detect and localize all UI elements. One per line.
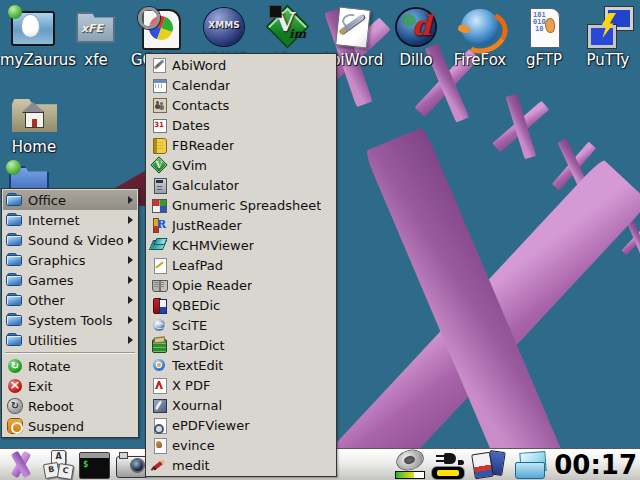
evince-icon bbox=[151, 437, 167, 453]
submenu-item-label: ePDFViewer bbox=[172, 418, 250, 433]
reboot-icon bbox=[7, 398, 23, 414]
submenu-item[interactable]: GVim bbox=[147, 155, 335, 175]
gqview-icon bbox=[136, 5, 184, 49]
menu-action-label: Reboot bbox=[28, 399, 74, 414]
submenu-item[interactable]: Opie Reader bbox=[147, 275, 335, 295]
folder-icon bbox=[7, 192, 23, 208]
desktop-icon-label: myZaurus bbox=[0, 52, 64, 68]
menu-action[interactable]: Rotate bbox=[3, 356, 137, 376]
power-plug-icon bbox=[435, 451, 461, 466]
submenu-item[interactable]: AbiWord bbox=[147, 55, 335, 75]
menu-category[interactable]: Office bbox=[3, 190, 137, 210]
menu-category[interactable]: Games bbox=[3, 270, 137, 290]
menu-category[interactable]: Utilities bbox=[3, 330, 137, 350]
battery-level-bar bbox=[432, 467, 464, 479]
submenu-item-label: Galculator bbox=[172, 178, 239, 193]
menu-category[interactable]: Graphics bbox=[3, 250, 137, 270]
menu-action[interactable]: Exit bbox=[3, 376, 137, 396]
terminal-icon[interactable] bbox=[79, 450, 109, 479]
menu-action-label: Rotate bbox=[28, 359, 71, 374]
submenu-item[interactable]: QBEDic bbox=[147, 295, 335, 315]
menu-category[interactable]: Other bbox=[3, 290, 137, 310]
contacts-icon bbox=[151, 97, 167, 113]
submenu-arrow-icon bbox=[128, 336, 133, 344]
taskbar-launcher-group bbox=[5, 450, 146, 479]
submenu-item[interactable]: medit bbox=[147, 455, 335, 475]
menu-category[interactable]: System Tools bbox=[3, 310, 137, 330]
power-applet[interactable] bbox=[432, 451, 464, 479]
submenu-item[interactable]: ePDFViewer bbox=[147, 415, 335, 435]
submenu-item-label: JustReader bbox=[172, 218, 242, 233]
submenu-item[interactable]: KCHMViewer bbox=[147, 235, 335, 255]
putty-icon bbox=[584, 5, 632, 49]
submenu-item[interactable]: X PDF bbox=[147, 375, 335, 395]
submenu-item-label: evince bbox=[172, 438, 215, 453]
submenu-item[interactable]: Contacts bbox=[147, 95, 335, 115]
submenu-arrow-icon bbox=[128, 256, 133, 264]
clock[interactable]: 00:17 bbox=[554, 450, 637, 480]
submenu-item[interactable]: Xournal bbox=[147, 395, 335, 415]
office-submenu: AbiWord Calendar Contacts Dates FBReader bbox=[145, 53, 337, 477]
menu-category[interactable]: Sound & Video bbox=[3, 230, 137, 250]
desktop-icon-label: FireFox bbox=[448, 52, 512, 68]
qbedic-icon bbox=[151, 297, 167, 313]
x-server-icon[interactable] bbox=[5, 450, 35, 479]
volume-applet[interactable] bbox=[395, 451, 425, 479]
submenu-item[interactable]: LeafPad bbox=[147, 255, 335, 275]
submenu-item[interactable]: JustReader bbox=[147, 215, 335, 235]
submenu-arrow-icon bbox=[128, 216, 133, 224]
folder-icon bbox=[7, 232, 23, 248]
menu-category-label: Internet bbox=[28, 213, 80, 228]
submenu-item[interactable]: Galculator bbox=[147, 175, 335, 195]
camera-icon[interactable] bbox=[116, 450, 146, 479]
firefox-icon bbox=[456, 5, 504, 49]
menu-action-label: Exit bbox=[28, 379, 53, 394]
submenu-item[interactable]: Gnumeric Spreadsheet bbox=[147, 195, 335, 215]
menu-category[interactable]: Internet bbox=[3, 210, 137, 230]
exit-icon bbox=[7, 378, 23, 394]
submenu-item-label: SciTE bbox=[172, 318, 207, 333]
folder-icon bbox=[7, 292, 23, 308]
dillo-icon bbox=[392, 5, 440, 49]
menu-action[interactable]: Suspend bbox=[3, 416, 137, 436]
desktop-icon[interactable]: PuTTy bbox=[576, 5, 640, 68]
submenu-item-label: Calendar bbox=[172, 78, 230, 93]
submenu-item[interactable]: Calendar bbox=[147, 75, 335, 95]
keyboard-icon[interactable] bbox=[42, 450, 72, 479]
opiereader-icon bbox=[151, 277, 167, 293]
submenu-item[interactable]: Dates bbox=[147, 115, 335, 135]
submenu-item[interactable]: evince bbox=[147, 435, 335, 455]
memory-cards-icon[interactable] bbox=[471, 451, 506, 479]
menu-category-label: Games bbox=[28, 273, 73, 288]
desktop-icon[interactable]: myZaurus bbox=[0, 5, 64, 68]
menu-separator bbox=[5, 352, 135, 354]
submenu-item-label: QBEDic bbox=[172, 298, 220, 313]
submenu-item-label: Opie Reader bbox=[172, 278, 252, 293]
folder-icon bbox=[7, 312, 23, 328]
documents-icon[interactable] bbox=[513, 452, 547, 478]
submenu-arrow-icon bbox=[128, 236, 133, 244]
desktop-icon[interactable]: xfe bbox=[64, 5, 128, 68]
desktop-icon-home[interactable]: Home bbox=[2, 92, 66, 155]
desktop-icon-label: Dillo bbox=[384, 52, 448, 68]
stardict-icon bbox=[151, 337, 167, 353]
submenu-item[interactable]: SciTE bbox=[147, 315, 335, 335]
justreader-icon bbox=[151, 217, 167, 233]
leafpad-icon bbox=[151, 257, 167, 273]
desktop-icon[interactable]: Dillo bbox=[384, 5, 448, 68]
xournal-icon bbox=[151, 397, 167, 413]
menu-action[interactable]: Reboot bbox=[3, 396, 137, 416]
xmms-icon bbox=[200, 5, 248, 49]
system-tray: 00:17 bbox=[395, 450, 637, 480]
kchmviewer-icon bbox=[151, 237, 167, 253]
desktop-icon[interactable]: FireFox bbox=[448, 5, 512, 68]
submenu-item[interactable]: FBReader bbox=[147, 135, 335, 155]
submenu-item[interactable]: TextEdit bbox=[147, 355, 335, 375]
submenu-item-label: medit bbox=[172, 458, 210, 473]
xpdf-icon bbox=[151, 377, 167, 393]
desktop-icon-label: gFTP bbox=[512, 52, 576, 68]
volume-level-bar bbox=[395, 471, 425, 479]
desktop-icon[interactable]: gFTP bbox=[512, 5, 576, 68]
folder-icon bbox=[7, 212, 23, 228]
submenu-item[interactable]: StarDict bbox=[147, 335, 335, 355]
